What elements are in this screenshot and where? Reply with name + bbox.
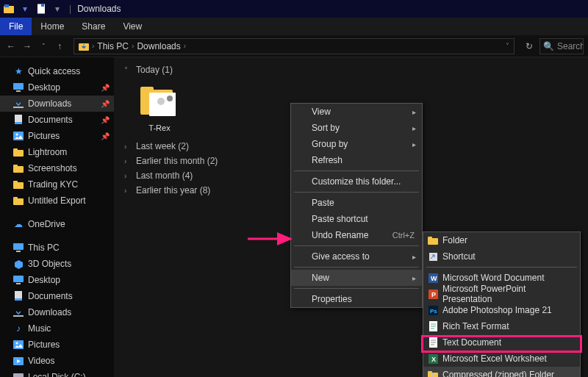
menu-new-excel[interactable]: X Microsoft Excel Worksheet — [423, 351, 580, 367]
group-label: Earlier this year (8) — [136, 185, 210, 195]
menu-new-text[interactable]: Text Document — [423, 334, 580, 351]
sidebar-item-downloads-pc[interactable]: Downloads — [0, 304, 114, 320]
rtf-icon — [428, 321, 438, 331]
menu-refresh[interactable]: Refresh — [291, 152, 422, 168]
sidebar-item-lightroom[interactable]: Lightroom — [0, 144, 114, 160]
folder-thumbnail — [139, 79, 180, 121]
sidebar-item-3d-objects[interactable]: 3D Objects — [0, 256, 114, 272]
svg-rect-43 — [428, 237, 432, 239]
sidebar-item-desktop[interactable]: Desktop 📌 — [0, 79, 114, 96]
menu-customize[interactable]: Customize this folder... — [291, 173, 422, 190]
up-button[interactable]: ↑ — [53, 40, 66, 53]
menu-new-folder[interactable]: Folder — [423, 232, 580, 248]
documents-icon — [13, 291, 24, 301]
share-tab[interactable]: Share — [73, 18, 114, 35]
svg-rect-20 — [13, 243, 24, 250]
menu-undo-rename[interactable]: Undo RenameCtrl+Z — [291, 227, 422, 243]
menu-new-photoshop[interactable]: Ps Adobe Photoshop Image 21 — [423, 302, 580, 318]
sidebar-item-pictures-pc[interactable]: Pictures — [0, 337, 114, 353]
submenu-arrow-icon: ▸ — [412, 253, 416, 261]
menu-paste-shortcut[interactable]: Paste shortcut — [291, 211, 422, 227]
svg-rect-19 — [13, 197, 18, 199]
menu-new[interactable]: New▸ — [291, 270, 422, 286]
sidebar-onedrive[interactable]: ☁ OneDrive — [0, 216, 114, 232]
svg-rect-10 — [13, 132, 24, 140]
pin-icon: 📌 — [101, 84, 110, 92]
sidebar-item-documents[interactable]: Documents 📌 — [0, 112, 114, 128]
menu-sort-by[interactable]: Sort by▸ — [291, 120, 422, 136]
menu-new-compressed-folder[interactable]: Compressed (zipped) Folder — [423, 367, 580, 377]
menu-group-by[interactable]: Group by▸ — [291, 136, 422, 152]
menu-label: Customize this folder... — [312, 176, 401, 187]
address-bar[interactable]: › This PC › Downloads › ˅ — [74, 38, 514, 54]
folder-item-trex[interactable]: T-Rex — [130, 79, 189, 132]
svg-text:Ps: Ps — [430, 308, 437, 315]
svg-rect-15 — [13, 165, 18, 167]
sidebar-item-screenshots[interactable]: Screenshots — [0, 160, 114, 176]
pin-icon: 📌 — [101, 132, 110, 140]
page-icon[interactable] — [35, 3, 47, 15]
menu-label: Refresh — [312, 155, 343, 165]
breadcrumb[interactable]: Downloads — [137, 41, 180, 51]
desktop-icon — [13, 275, 24, 285]
menu-paste[interactable]: Paste — [291, 195, 422, 211]
sidebar-item-untitled-export[interactable]: Untitled Export — [0, 193, 114, 209]
sidebar-item-local-disk[interactable]: Local Disk (C:) — [0, 369, 114, 377]
search-icon: 🔍 — [543, 41, 554, 51]
downloads-icon — [13, 307, 24, 317]
disk-icon — [13, 372, 24, 377]
quick-access[interactable]: ★ Quick access — [0, 63, 114, 79]
sidebar-item-desktop-pc[interactable]: Desktop — [0, 272, 114, 288]
home-tab[interactable]: Home — [32, 18, 73, 35]
search-box[interactable]: 🔍 Search — [539, 38, 584, 54]
dropdown-icon[interactable]: ▾ — [51, 3, 63, 15]
menu-give-access[interactable]: Give access to▸ — [291, 248, 422, 265]
chevron-icon[interactable]: › — [92, 42, 94, 50]
svg-rect-18 — [13, 198, 24, 205]
word-icon: W — [428, 273, 438, 283]
downloads-icon — [13, 98, 24, 109]
down-arrow-icon[interactable]: ▾ — [19, 3, 31, 15]
svg-point-11 — [16, 134, 18, 136]
menu-label: Paste — [312, 198, 334, 208]
file-tab[interactable]: File — [0, 18, 32, 35]
back-button[interactable]: ← — [4, 40, 18, 53]
group-header-today[interactable]: ˅ Today (1) — [124, 65, 578, 75]
svg-point-41 — [167, 96, 173, 101]
address-dropdown[interactable]: ˅ — [506, 42, 509, 50]
chevron-icon[interactable]: › — [132, 42, 134, 50]
zip-folder-icon — [428, 370, 438, 377]
sidebar-item-videos[interactable]: Videos — [0, 353, 114, 369]
svg-rect-44 — [429, 253, 437, 261]
group-label: Earlier this month (2) — [136, 156, 218, 166]
svg-rect-24 — [16, 283, 21, 284]
sidebar-item-documents-pc[interactable]: Documents — [0, 288, 114, 304]
menu-label: Undo Rename — [312, 230, 368, 240]
sidebar-item-downloads[interactable]: Downloads 📌 — [0, 96, 114, 112]
sidebar-item-trading-kyc[interactable]: Trading KYC — [0, 176, 114, 193]
menu-new-powerpoint[interactable]: P Microsoft PowerPoint Presentation — [423, 286, 580, 302]
menu-view[interactable]: View▸ — [291, 104, 422, 120]
forward-button[interactable]: → — [21, 40, 34, 53]
sidebar-label: Desktop — [28, 82, 60, 93]
chevron-right-icon: › — [124, 157, 132, 165]
pin-icon: 📌 — [101, 116, 110, 124]
menu-properties[interactable]: Properties — [291, 291, 422, 307]
sidebar-label: Downloads — [28, 307, 71, 317]
submenu-arrow-icon: ▸ — [412, 108, 416, 116]
svg-rect-32 — [13, 373, 24, 377]
svg-rect-27 — [13, 315, 24, 317]
sidebar-item-pictures[interactable]: Pictures 📌 — [0, 128, 114, 144]
sidebar-item-music[interactable]: ♪ Music — [0, 320, 114, 337]
view-tab[interactable]: View — [114, 18, 151, 35]
svg-rect-5 — [13, 83, 24, 90]
refresh-button[interactable]: ↻ — [522, 41, 537, 51]
menu-new-rtf[interactable]: Rich Text Format — [423, 318, 580, 334]
menu-new-shortcut[interactable]: Shortcut — [423, 248, 580, 265]
menu-label: Sort by — [312, 123, 340, 133]
sidebar-this-pc[interactable]: This PC — [0, 240, 114, 256]
recent-dropdown[interactable]: ˅ — [37, 40, 50, 53]
music-icon: ♪ — [13, 323, 24, 334]
chevron-icon[interactable]: › — [184, 42, 186, 50]
breadcrumb[interactable]: This PC — [97, 41, 129, 51]
